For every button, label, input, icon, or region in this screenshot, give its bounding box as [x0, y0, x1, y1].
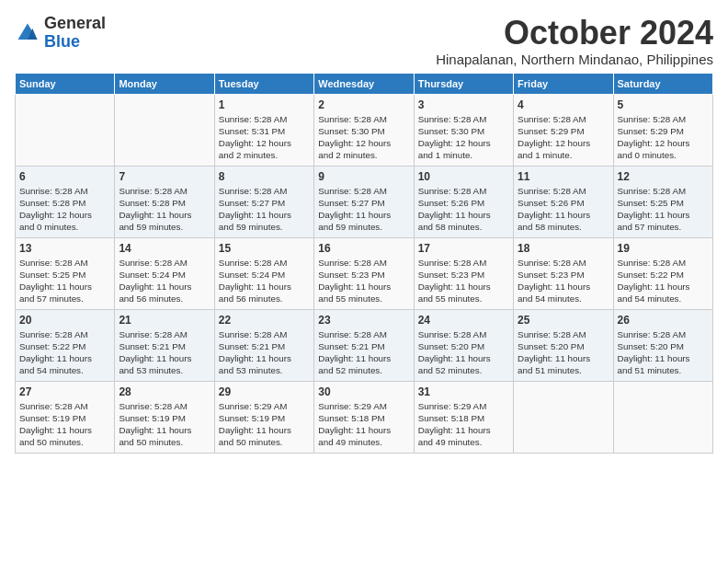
day-info: Sunrise: 5:28 AM Sunset: 5:27 PM Dayligh… [318, 185, 409, 234]
day-number: 12 [618, 170, 709, 183]
day-info: Sunrise: 5:28 AM Sunset: 5:25 PM Dayligh… [618, 185, 709, 234]
day-info: Sunrise: 5:28 AM Sunset: 5:31 PM Dayligh… [219, 113, 310, 162]
calendar-week-row: 13Sunrise: 5:28 AM Sunset: 5:25 PM Dayli… [16, 237, 713, 309]
day-number: 24 [418, 314, 509, 327]
day-number: 5 [618, 98, 709, 111]
day-info: Sunrise: 5:28 AM Sunset: 5:19 PM Dayligh… [19, 400, 110, 449]
calendar-cell: 27Sunrise: 5:28 AM Sunset: 5:19 PM Dayli… [16, 381, 115, 453]
calendar-cell: 21Sunrise: 5:28 AM Sunset: 5:21 PM Dayli… [115, 309, 214, 381]
calendar-cell [16, 94, 115, 166]
day-number: 23 [318, 314, 409, 327]
day-info: Sunrise: 5:28 AM Sunset: 5:30 PM Dayligh… [418, 113, 509, 162]
day-info: Sunrise: 5:28 AM Sunset: 5:30 PM Dayligh… [318, 113, 409, 162]
day-number: 30 [318, 385, 409, 398]
calendar-cell: 26Sunrise: 5:28 AM Sunset: 5:20 PM Dayli… [613, 309, 712, 381]
page-header: General Blue October 2024 Hinapalanan, N… [15, 15, 713, 67]
calendar-cell: 6Sunrise: 5:28 AM Sunset: 5:28 PM Daylig… [16, 166, 115, 237]
day-info: Sunrise: 5:28 AM Sunset: 5:23 PM Dayligh… [518, 257, 609, 305]
day-number: 20 [19, 314, 110, 327]
header-sunday: Sunday [16, 73, 115, 94]
calendar-cell [514, 381, 613, 453]
title-block: October 2024 Hinapalanan, Northern Minda… [436, 15, 713, 67]
day-number: 6 [19, 170, 110, 183]
calendar-table: SundayMondayTuesdayWednesdayThursdayFrid… [15, 73, 713, 454]
calendar-cell: 15Sunrise: 5:28 AM Sunset: 5:24 PM Dayli… [214, 237, 313, 309]
day-info: Sunrise: 5:28 AM Sunset: 5:19 PM Dayligh… [119, 400, 210, 449]
calendar-cell: 19Sunrise: 5:28 AM Sunset: 5:22 PM Dayli… [613, 237, 712, 309]
day-number: 25 [518, 314, 609, 327]
calendar-cell: 30Sunrise: 5:29 AM Sunset: 5:18 PM Dayli… [314, 381, 414, 453]
calendar-cell: 12Sunrise: 5:28 AM Sunset: 5:25 PM Dayli… [613, 166, 712, 237]
day-info: Sunrise: 5:28 AM Sunset: 5:20 PM Dayligh… [518, 328, 609, 377]
day-info: Sunrise: 5:28 AM Sunset: 5:21 PM Dayligh… [119, 328, 210, 377]
day-info: Sunrise: 5:28 AM Sunset: 5:20 PM Dayligh… [418, 328, 509, 377]
calendar-cell: 2Sunrise: 5:28 AM Sunset: 5:30 PM Daylig… [314, 94, 414, 166]
day-number: 2 [318, 98, 409, 111]
calendar-cell: 23Sunrise: 5:28 AM Sunset: 5:21 PM Dayli… [314, 309, 414, 381]
calendar-header-row: SundayMondayTuesdayWednesdayThursdayFrid… [16, 73, 713, 94]
header-wednesday: Wednesday [314, 73, 414, 94]
calendar-cell: 28Sunrise: 5:28 AM Sunset: 5:19 PM Dayli… [115, 381, 214, 453]
calendar-cell: 25Sunrise: 5:28 AM Sunset: 5:20 PM Dayli… [514, 309, 613, 381]
day-number: 10 [418, 170, 509, 183]
header-saturday: Saturday [613, 73, 712, 94]
calendar-cell [613, 381, 712, 453]
day-info: Sunrise: 5:28 AM Sunset: 5:23 PM Dayligh… [318, 257, 409, 305]
day-info: Sunrise: 5:28 AM Sunset: 5:24 PM Dayligh… [219, 257, 310, 305]
day-number: 13 [19, 242, 110, 255]
calendar-cell: 7Sunrise: 5:28 AM Sunset: 5:28 PM Daylig… [115, 166, 214, 237]
day-info: Sunrise: 5:29 AM Sunset: 5:18 PM Dayligh… [418, 400, 509, 449]
logo: General Blue [15, 15, 106, 52]
day-info: Sunrise: 5:28 AM Sunset: 5:26 PM Dayligh… [518, 185, 609, 234]
day-info: Sunrise: 5:28 AM Sunset: 5:21 PM Dayligh… [219, 328, 310, 377]
header-tuesday: Tuesday [214, 73, 313, 94]
month-year: October 2024 [436, 15, 713, 52]
calendar-week-row: 27Sunrise: 5:28 AM Sunset: 5:19 PM Dayli… [16, 381, 713, 453]
calendar-cell: 10Sunrise: 5:28 AM Sunset: 5:26 PM Dayli… [414, 166, 513, 237]
calendar-cell: 3Sunrise: 5:28 AM Sunset: 5:30 PM Daylig… [414, 94, 513, 166]
calendar-cell: 29Sunrise: 5:29 AM Sunset: 5:19 PM Dayli… [214, 381, 313, 453]
calendar-cell: 20Sunrise: 5:28 AM Sunset: 5:22 PM Dayli… [16, 309, 115, 381]
calendar-cell: 11Sunrise: 5:28 AM Sunset: 5:26 PM Dayli… [514, 166, 613, 237]
day-number: 17 [418, 242, 509, 255]
calendar-cell: 13Sunrise: 5:28 AM Sunset: 5:25 PM Dayli… [16, 237, 115, 309]
calendar-cell [115, 94, 214, 166]
day-info: Sunrise: 5:28 AM Sunset: 5:21 PM Dayligh… [318, 328, 409, 377]
day-info: Sunrise: 5:28 AM Sunset: 5:28 PM Dayligh… [119, 185, 210, 234]
calendar-week-row: 6Sunrise: 5:28 AM Sunset: 5:28 PM Daylig… [16, 166, 713, 237]
day-info: Sunrise: 5:28 AM Sunset: 5:24 PM Dayligh… [119, 257, 210, 305]
calendar-cell: 1Sunrise: 5:28 AM Sunset: 5:31 PM Daylig… [214, 94, 313, 166]
day-number: 15 [219, 242, 310, 255]
calendar-cell: 24Sunrise: 5:28 AM Sunset: 5:20 PM Dayli… [414, 309, 513, 381]
location: Hinapalanan, Northern Mindanao, Philippi… [436, 52, 713, 67]
header-monday: Monday [115, 73, 214, 94]
day-info: Sunrise: 5:28 AM Sunset: 5:27 PM Dayligh… [219, 185, 310, 234]
day-number: 22 [219, 314, 310, 327]
day-number: 11 [518, 170, 609, 183]
day-number: 27 [19, 385, 110, 398]
day-info: Sunrise: 5:28 AM Sunset: 5:28 PM Dayligh… [19, 185, 110, 234]
day-number: 19 [618, 242, 709, 255]
day-info: Sunrise: 5:28 AM Sunset: 5:29 PM Dayligh… [618, 113, 709, 162]
day-number: 29 [219, 385, 310, 398]
logo-icon [15, 20, 40, 46]
day-number: 3 [418, 98, 509, 111]
day-info: Sunrise: 5:28 AM Sunset: 5:23 PM Dayligh… [418, 257, 509, 305]
day-number: 1 [219, 98, 310, 111]
day-info: Sunrise: 5:29 AM Sunset: 5:19 PM Dayligh… [219, 400, 310, 449]
calendar-week-row: 1Sunrise: 5:28 AM Sunset: 5:31 PM Daylig… [16, 94, 713, 166]
day-info: Sunrise: 5:28 AM Sunset: 5:25 PM Dayligh… [19, 257, 110, 305]
day-number: 9 [318, 170, 409, 183]
day-info: Sunrise: 5:28 AM Sunset: 5:20 PM Dayligh… [618, 328, 709, 377]
header-thursday: Thursday [414, 73, 513, 94]
day-number: 8 [219, 170, 310, 183]
day-number: 16 [318, 242, 409, 255]
logo-text: General Blue [44, 15, 106, 52]
day-number: 31 [418, 385, 509, 398]
calendar-cell: 8Sunrise: 5:28 AM Sunset: 5:27 PM Daylig… [214, 166, 313, 237]
day-info: Sunrise: 5:28 AM Sunset: 5:22 PM Dayligh… [618, 257, 709, 305]
calendar-cell: 17Sunrise: 5:28 AM Sunset: 5:23 PM Dayli… [414, 237, 513, 309]
day-number: 14 [119, 242, 210, 255]
day-number: 7 [119, 170, 210, 183]
day-number: 4 [518, 98, 609, 111]
